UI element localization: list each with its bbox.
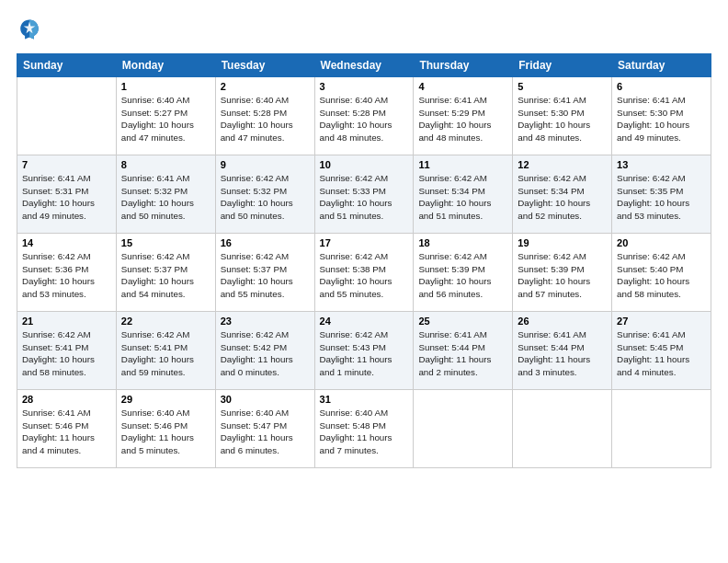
- calendar-cell: 16Sunrise: 6:42 AM Sunset: 5:37 PM Dayli…: [215, 234, 314, 312]
- day-info: Sunrise: 6:42 AM Sunset: 5:36 PM Dayligh…: [22, 250, 111, 301]
- day-number: 15: [121, 237, 210, 248]
- day-number: 22: [121, 316, 210, 327]
- day-info: Sunrise: 6:42 AM Sunset: 5:35 PM Dayligh…: [617, 172, 706, 223]
- logo: [17, 17, 46, 42]
- day-number: 30: [221, 394, 310, 405]
- day-number: 19: [518, 237, 607, 248]
- calendar-cell: 17Sunrise: 6:42 AM Sunset: 5:38 PM Dayli…: [314, 234, 414, 312]
- calendar-cell: 23Sunrise: 6:42 AM Sunset: 5:42 PM Dayli…: [215, 312, 314, 390]
- day-info: Sunrise: 6:41 AM Sunset: 5:32 PM Dayligh…: [121, 172, 210, 223]
- day-info: Sunrise: 6:42 AM Sunset: 5:43 PM Dayligh…: [320, 328, 409, 379]
- day-info: Sunrise: 6:40 AM Sunset: 5:28 PM Dayligh…: [221, 94, 310, 144]
- day-header-sunday: Sunday: [17, 54, 117, 77]
- calendar-cell: 12Sunrise: 6:42 AM Sunset: 5:34 PM Dayli…: [513, 155, 612, 234]
- day-info: Sunrise: 6:41 AM Sunset: 5:30 PM Dayligh…: [518, 94, 607, 144]
- day-info: Sunrise: 6:41 AM Sunset: 5:44 PM Dayligh…: [518, 328, 607, 379]
- day-info: Sunrise: 6:42 AM Sunset: 5:38 PM Dayligh…: [320, 250, 409, 301]
- day-info: Sunrise: 6:41 AM Sunset: 5:45 PM Dayligh…: [617, 328, 706, 379]
- day-number: 5: [518, 81, 607, 92]
- day-number: 12: [518, 159, 607, 170]
- calendar-cell: 27Sunrise: 6:41 AM Sunset: 5:45 PM Dayli…: [612, 312, 711, 390]
- day-info: Sunrise: 6:42 AM Sunset: 5:41 PM Dayligh…: [121, 328, 210, 379]
- day-info: Sunrise: 6:41 AM Sunset: 5:46 PM Dayligh…: [22, 407, 111, 457]
- calendar-cell: 31Sunrise: 6:40 AM Sunset: 5:48 PM Dayli…: [314, 390, 414, 468]
- day-info: Sunrise: 6:42 AM Sunset: 5:39 PM Dayligh…: [418, 250, 507, 301]
- day-number: 2: [221, 81, 310, 92]
- day-number: 21: [22, 316, 111, 327]
- day-info: Sunrise: 6:40 AM Sunset: 5:46 PM Dayligh…: [121, 407, 210, 457]
- day-number: 27: [617, 316, 706, 327]
- day-number: 25: [418, 316, 507, 327]
- day-number: 3: [320, 81, 409, 92]
- calendar-cell: 2Sunrise: 6:40 AM Sunset: 5:28 PM Daylig…: [215, 77, 314, 155]
- day-header-saturday: Saturday: [612, 54, 711, 77]
- day-number: 17: [320, 237, 409, 248]
- day-info: Sunrise: 6:42 AM Sunset: 5:34 PM Dayligh…: [518, 172, 607, 223]
- calendar-cell: 21Sunrise: 6:42 AM Sunset: 5:41 PM Dayli…: [17, 312, 117, 390]
- day-number: 8: [121, 159, 210, 170]
- day-number: 7: [22, 159, 111, 170]
- calendar-cell: 8Sunrise: 6:41 AM Sunset: 5:32 PM Daylig…: [116, 155, 215, 234]
- day-number: 4: [418, 81, 507, 92]
- day-number: 24: [320, 316, 409, 327]
- day-number: 20: [617, 237, 706, 248]
- calendar-cell: 9Sunrise: 6:42 AM Sunset: 5:32 PM Daylig…: [215, 155, 314, 234]
- calendar-cell: 4Sunrise: 6:41 AM Sunset: 5:29 PM Daylig…: [414, 77, 513, 155]
- calendar-cell: 29Sunrise: 6:40 AM Sunset: 5:46 PM Dayli…: [116, 390, 215, 468]
- calendar-cell: 3Sunrise: 6:40 AM Sunset: 5:28 PM Daylig…: [314, 77, 414, 155]
- day-info: Sunrise: 6:42 AM Sunset: 5:34 PM Dayligh…: [418, 172, 507, 223]
- calendar-cell: [513, 390, 612, 468]
- day-number: 26: [518, 316, 607, 327]
- calendar-cell: 15Sunrise: 6:42 AM Sunset: 5:37 PM Dayli…: [116, 234, 215, 312]
- day-info: Sunrise: 6:40 AM Sunset: 5:47 PM Dayligh…: [221, 407, 310, 457]
- calendar-cell: 10Sunrise: 6:42 AM Sunset: 5:33 PM Dayli…: [314, 155, 414, 234]
- calendar-cell: 19Sunrise: 6:42 AM Sunset: 5:39 PM Dayli…: [513, 234, 612, 312]
- calendar-cell: 14Sunrise: 6:42 AM Sunset: 5:36 PM Dayli…: [17, 234, 117, 312]
- day-number: 1: [121, 81, 210, 92]
- calendar-cell: 5Sunrise: 6:41 AM Sunset: 5:30 PM Daylig…: [513, 77, 612, 155]
- calendar-cell: 28Sunrise: 6:41 AM Sunset: 5:46 PM Dayli…: [17, 390, 117, 468]
- calendar: SundayMondayTuesdayWednesdayThursdayFrid…: [17, 53, 711, 468]
- calendar-cell: 18Sunrise: 6:42 AM Sunset: 5:39 PM Dayli…: [414, 234, 513, 312]
- day-header-thursday: Thursday: [414, 54, 513, 77]
- day-number: 6: [617, 81, 706, 92]
- day-number: 18: [418, 237, 507, 248]
- calendar-cell: 20Sunrise: 6:42 AM Sunset: 5:40 PM Dayli…: [612, 234, 711, 312]
- day-header-friday: Friday: [513, 54, 612, 77]
- day-info: Sunrise: 6:40 AM Sunset: 5:28 PM Dayligh…: [320, 94, 409, 144]
- day-info: Sunrise: 6:41 AM Sunset: 5:31 PM Dayligh…: [22, 172, 111, 223]
- calendar-cell: 22Sunrise: 6:42 AM Sunset: 5:41 PM Dayli…: [116, 312, 215, 390]
- page-header: [17, 17, 711, 42]
- day-number: 9: [221, 159, 310, 170]
- calendar-cell: [17, 77, 117, 155]
- day-info: Sunrise: 6:42 AM Sunset: 5:33 PM Dayligh…: [320, 172, 409, 223]
- day-number: 29: [121, 394, 210, 405]
- calendar-cell: 25Sunrise: 6:41 AM Sunset: 5:44 PM Dayli…: [414, 312, 513, 390]
- day-info: Sunrise: 6:42 AM Sunset: 5:37 PM Dayligh…: [221, 250, 310, 301]
- calendar-cell: 24Sunrise: 6:42 AM Sunset: 5:43 PM Dayli…: [314, 312, 414, 390]
- day-number: 16: [221, 237, 310, 248]
- day-header-wednesday: Wednesday: [314, 54, 414, 77]
- day-number: 28: [22, 394, 111, 405]
- day-number: 14: [22, 237, 111, 248]
- day-number: 13: [617, 159, 706, 170]
- day-info: Sunrise: 6:40 AM Sunset: 5:48 PM Dayligh…: [320, 407, 409, 457]
- calendar-cell: 11Sunrise: 6:42 AM Sunset: 5:34 PM Dayli…: [414, 155, 513, 234]
- day-number: 11: [418, 159, 507, 170]
- calendar-cell: 6Sunrise: 6:41 AM Sunset: 5:30 PM Daylig…: [612, 77, 711, 155]
- calendar-cell: [612, 390, 711, 468]
- day-info: Sunrise: 6:42 AM Sunset: 5:42 PM Dayligh…: [221, 328, 310, 379]
- calendar-cell: [414, 390, 513, 468]
- day-info: Sunrise: 6:42 AM Sunset: 5:40 PM Dayligh…: [617, 250, 706, 301]
- logo-icon: [17, 17, 42, 42]
- calendar-cell: 13Sunrise: 6:42 AM Sunset: 5:35 PM Dayli…: [612, 155, 711, 234]
- day-header-monday: Monday: [116, 54, 215, 77]
- day-info: Sunrise: 6:42 AM Sunset: 5:41 PM Dayligh…: [22, 328, 111, 379]
- day-info: Sunrise: 6:42 AM Sunset: 5:39 PM Dayligh…: [518, 250, 607, 301]
- day-info: Sunrise: 6:42 AM Sunset: 5:37 PM Dayligh…: [121, 250, 210, 301]
- calendar-cell: 26Sunrise: 6:41 AM Sunset: 5:44 PM Dayli…: [513, 312, 612, 390]
- day-info: Sunrise: 6:40 AM Sunset: 5:27 PM Dayligh…: [121, 94, 210, 144]
- day-number: 10: [320, 159, 409, 170]
- day-info: Sunrise: 6:41 AM Sunset: 5:30 PM Dayligh…: [617, 94, 706, 144]
- day-header-tuesday: Tuesday: [215, 54, 314, 77]
